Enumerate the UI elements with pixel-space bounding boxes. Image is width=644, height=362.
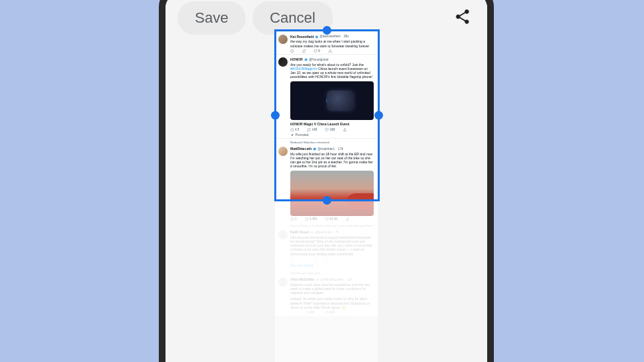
verified-icon — [315, 35, 318, 39]
image-card[interactable] — [290, 171, 374, 216]
author-handle: @Honorglobal — [309, 58, 328, 62]
hashtag[interactable]: #HONORMagicVs — [290, 67, 318, 71]
device-frame: Save Cancel Kat Rosenfield @katrosenfiel… — [159, 0, 494, 362]
tweet-text: Djokovic could have used his experience … — [290, 283, 374, 295]
media-caption: HONOR Magic V China Launch Event — [290, 120, 374, 127]
tweet-time: 7h — [335, 231, 338, 235]
svg-point-5 — [291, 311, 294, 314]
tweet[interactable]: HONOR @Honorglobal Are you ready for wha… — [275, 55, 378, 139]
retweet-label: Jason Derbes & Co Retweeted and #newsand… — [275, 222, 378, 227]
next-image-button[interactable] — [366, 187, 374, 205]
cancel-button[interactable]: Cancel — [252, 1, 332, 35]
share-tweet-button[interactable] — [346, 217, 350, 221]
author-handle: @keefstuart — [315, 231, 332, 235]
share-tweet-button[interactable] — [328, 49, 332, 53]
svg-point-2 — [311, 231, 314, 233]
svg-point-0 — [291, 129, 294, 131]
reply-button[interactable]: 1 — [290, 217, 297, 221]
author-name: MattRitter.eth — [290, 147, 312, 151]
like-button[interactable]: 9 — [314, 49, 320, 53]
tweet-text: Are you ready for what's about to unfold… — [290, 63, 374, 79]
tweet-actions: 1 4,456 40.6K — [290, 217, 374, 221]
svg-point-3 — [291, 258, 294, 261]
retweet-icon — [302, 49, 306, 53]
promoted-icon — [290, 133, 294, 137]
tweet[interactable]: Kat Rosenfield @katrosenfield · 28s the … — [275, 32, 378, 55]
tweet-actions: 4.5 148 198 — [290, 128, 374, 132]
retweet-button[interactable]: 4,456 — [305, 217, 318, 221]
heart-icon — [314, 49, 318, 53]
screenshot-content: Kat Rosenfield @katrosenfield · 28s the … — [275, 32, 378, 316]
author-name: Kat Rosenfield — [290, 35, 314, 39]
author-handle: @AllenMcDuffee — [320, 278, 343, 282]
tweet-text: Can anyone recommend a good mechanical k… — [290, 235, 374, 256]
avatar — [278, 147, 288, 156]
avatar — [278, 57, 288, 67]
reply-icon — [290, 49, 294, 53]
show-thread-link[interactable]: Show this thread — [275, 263, 378, 269]
tweet-actions: 1,246 8,453 — [290, 311, 374, 315]
crop-handle-right[interactable] — [374, 111, 383, 120]
reply-button[interactable]: 4.5 — [290, 128, 299, 132]
reply-button[interactable] — [290, 49, 294, 53]
crop-handle-bottom[interactable] — [323, 196, 332, 205]
author-handle: @mattritter1 — [318, 147, 334, 151]
retweet-button[interactable]: 148 — [307, 128, 317, 132]
crop-handle-left[interactable] — [271, 111, 280, 120]
tweet-time: 28s — [344, 35, 348, 39]
retweet-label: Paul Haspel retweeted — [275, 269, 378, 275]
avatar — [278, 277, 288, 287]
avatar — [278, 230, 288, 239]
tweet-actions — [290, 257, 374, 261]
author-name: HONOR — [290, 57, 303, 61]
tweet-actions: 9 — [290, 49, 374, 53]
avatar — [278, 35, 288, 44]
tweet[interactable]: Keith Stuart @keefstuart · 7h Can anyone… — [275, 227, 378, 263]
tweet-time: 12h — [347, 278, 352, 282]
author-name: Allen McDuffee — [290, 277, 314, 281]
verified-icon — [310, 231, 314, 234]
tweet-time: 17h — [338, 147, 344, 151]
verified-icon — [304, 58, 308, 61]
tweet[interactable]: Allen McDuffee @AllenMcDuffee · 12h Djok… — [275, 275, 378, 315]
tweet-text: My wife just finished an 18 hour shift a… — [290, 152, 374, 169]
like-button[interactable]: 198 — [325, 128, 335, 132]
promoted-badge: Promoted — [290, 133, 374, 137]
share-out-icon — [328, 49, 332, 53]
tweet-text: Instead, he either just made a case for … — [290, 297, 374, 309]
svg-point-4 — [316, 278, 319, 281]
verified-icon — [316, 278, 319, 281]
svg-point-1 — [291, 218, 294, 221]
retweet-button[interactable] — [302, 49, 306, 53]
verified-icon — [313, 147, 316, 151]
video-card[interactable] — [290, 81, 374, 120]
tweet[interactable]: MattRitter.eth @mattritter1 · 17h My wif… — [275, 144, 378, 222]
share-icon — [454, 8, 471, 25]
author-name: Keith Stuart — [290, 230, 309, 234]
share-button[interactable] — [450, 4, 475, 32]
author-handle: @katrosenfield — [320, 35, 340, 39]
device-screen: Save Cancel Kat Rosenfield @katrosenfiel… — [166, 0, 487, 362]
crop-handle-top[interactable] — [323, 26, 332, 35]
save-button[interactable]: Save — [178, 1, 246, 35]
like-button[interactable]: 40.6K — [325, 217, 338, 221]
retweet-label: Nathaniel Wakelam retweeted — [275, 139, 378, 144]
share-tweet-button[interactable] — [343, 128, 347, 132]
tweet-text: the way my dog looks at me when I start … — [290, 39, 374, 48]
